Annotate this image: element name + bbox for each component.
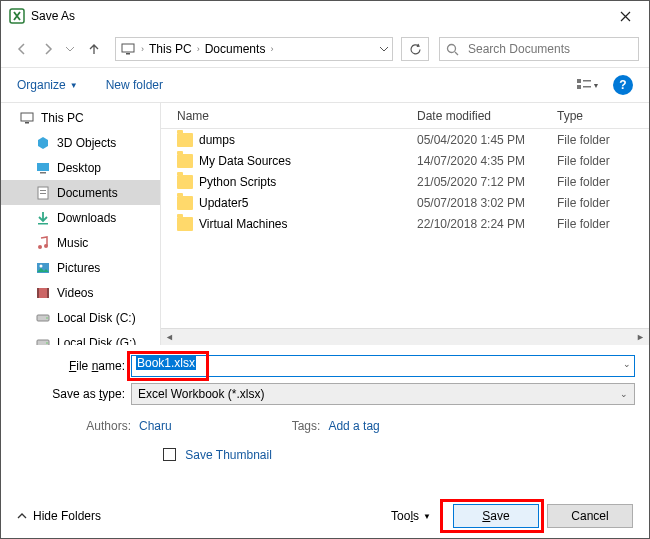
col-header-type[interactable]: Type bbox=[557, 109, 649, 123]
tags-value[interactable]: Add a tag bbox=[328, 419, 379, 433]
svg-point-17 bbox=[44, 244, 48, 248]
svg-rect-9 bbox=[25, 122, 29, 124]
back-button[interactable] bbox=[11, 38, 33, 60]
authors-label: Authors: bbox=[15, 419, 131, 433]
folder-icon bbox=[177, 133, 193, 147]
pc-icon bbox=[19, 110, 35, 126]
svg-point-3 bbox=[448, 44, 456, 52]
folder-icon bbox=[177, 217, 193, 231]
desktop-icon bbox=[35, 160, 51, 176]
drive-icon bbox=[35, 310, 51, 326]
list-item[interactable]: Updater505/07/2018 3:02 PMFile folder bbox=[161, 192, 649, 213]
cancel-button[interactable]: Cancel bbox=[547, 504, 633, 528]
scroll-left-icon[interactable]: ◄ bbox=[161, 329, 178, 345]
hide-folders-button[interactable]: Hide Folders bbox=[17, 509, 101, 523]
svg-rect-13 bbox=[40, 190, 46, 191]
horizontal-scrollbar[interactable]: ◄ ► bbox=[161, 328, 649, 345]
tree-item-desktop[interactable]: Desktop bbox=[1, 155, 160, 180]
chevron-down-icon: ⌄ bbox=[620, 389, 628, 399]
chevron-right-icon: › bbox=[269, 44, 274, 54]
save-thumbnail-option[interactable]: Save Thumbnail bbox=[15, 433, 635, 462]
music-icon bbox=[35, 235, 51, 251]
videos-icon bbox=[35, 285, 51, 301]
downloads-icon bbox=[35, 210, 51, 226]
svg-rect-5 bbox=[577, 85, 581, 89]
file-list: Name Date modified Type dumps05/04/2020 … bbox=[161, 103, 649, 345]
breadcrumb-folder[interactable]: Documents bbox=[201, 42, 270, 56]
tree-item-downloads[interactable]: Downloads bbox=[1, 205, 160, 230]
list-body[interactable]: dumps05/04/2020 1:45 PMFile folder My Da… bbox=[161, 129, 649, 328]
savetype-label: Save as type: bbox=[15, 387, 131, 401]
folder-icon bbox=[177, 196, 193, 210]
navigation-tree[interactable]: This PC 3D Objects Desktop Documents Dow… bbox=[1, 103, 161, 345]
titlebar: Save As bbox=[1, 1, 649, 31]
main-area: This PC 3D Objects Desktop Documents Dow… bbox=[1, 103, 649, 345]
folder-icon bbox=[177, 154, 193, 168]
svg-rect-1 bbox=[122, 44, 134, 52]
filename-label: File name: bbox=[15, 359, 131, 373]
list-item[interactable]: Python Scripts21/05/2020 7:12 PMFile fol… bbox=[161, 171, 649, 192]
forward-button[interactable] bbox=[37, 38, 59, 60]
up-button[interactable] bbox=[83, 38, 105, 60]
authors-value[interactable]: Charu bbox=[139, 419, 172, 433]
svg-rect-15 bbox=[38, 223, 48, 225]
excel-app-icon bbox=[9, 8, 25, 24]
folder-icon bbox=[177, 175, 193, 189]
filename-input[interactable]: Book1.xlsx bbox=[131, 355, 635, 377]
chevron-down-icon[interactable] bbox=[380, 47, 388, 52]
dialog-title: Save As bbox=[31, 9, 603, 23]
tree-item-documents[interactable]: Documents bbox=[1, 180, 160, 205]
svg-rect-10 bbox=[37, 163, 49, 171]
svg-rect-14 bbox=[40, 193, 46, 194]
search-icon bbox=[446, 43, 460, 56]
scroll-right-icon[interactable]: ► bbox=[632, 329, 649, 345]
list-header: Name Date modified Type bbox=[161, 103, 649, 129]
tree-item-pictures[interactable]: Pictures bbox=[1, 255, 160, 280]
search-input[interactable]: Search Documents bbox=[439, 37, 639, 61]
toolbar: Organize ▼ New folder ▼ ? bbox=[1, 67, 649, 103]
svg-rect-11 bbox=[40, 172, 46, 174]
breadcrumb-root[interactable]: This PC bbox=[145, 42, 196, 56]
form-area: File name: Book1.xlsx ⌄ Save as type: Ex… bbox=[1, 345, 649, 462]
tree-item-music[interactable]: Music bbox=[1, 230, 160, 255]
pc-icon bbox=[120, 41, 136, 57]
savetype-select[interactable]: Excel Workbook (*.xlsx) ⌄ bbox=[131, 383, 635, 405]
svg-point-26 bbox=[46, 342, 48, 344]
chevron-up-icon bbox=[17, 511, 27, 521]
save-button[interactable]: Save bbox=[453, 504, 539, 528]
chevron-down-icon: ▼ bbox=[423, 512, 431, 521]
col-header-date[interactable]: Date modified bbox=[417, 109, 557, 123]
list-item[interactable]: My Data Sources14/07/2020 4:35 PMFile fo… bbox=[161, 150, 649, 171]
footer: Hide Folders Tools ▼ Save Cancel bbox=[1, 504, 649, 528]
tags-label: Tags: bbox=[292, 419, 321, 433]
help-button[interactable]: ? bbox=[613, 75, 633, 95]
list-item[interactable]: Virtual Machines22/10/2018 2:24 PMFile f… bbox=[161, 213, 649, 234]
svg-rect-6 bbox=[583, 80, 591, 82]
svg-point-19 bbox=[40, 264, 43, 267]
tree-item-3dobjects[interactable]: 3D Objects bbox=[1, 130, 160, 155]
checkbox-icon[interactable] bbox=[163, 448, 176, 461]
address-bar[interactable]: › This PC › Documents › bbox=[115, 37, 393, 61]
close-button[interactable] bbox=[603, 2, 647, 30]
chevron-down-icon: ▼ bbox=[70, 81, 78, 90]
view-options-button[interactable]: ▼ bbox=[571, 74, 605, 96]
list-item[interactable]: dumps05/04/2020 1:45 PMFile folder bbox=[161, 129, 649, 150]
chevron-down-icon[interactable]: ⌄ bbox=[623, 359, 631, 369]
tree-item-disk-g[interactable]: Local Disk (G:) bbox=[1, 330, 160, 345]
tree-root-thispc[interactable]: This PC bbox=[1, 105, 160, 130]
svg-rect-21 bbox=[37, 288, 39, 298]
documents-icon bbox=[35, 185, 51, 201]
svg-rect-2 bbox=[126, 53, 130, 55]
tree-item-videos[interactable]: Videos bbox=[1, 280, 160, 305]
tree-item-disk-c[interactable]: Local Disk (C:) bbox=[1, 305, 160, 330]
tools-menu[interactable]: Tools ▼ bbox=[391, 509, 431, 523]
organize-menu[interactable]: Organize ▼ bbox=[17, 78, 78, 92]
save-as-dialog: Save As › This PC › Documents › Search D… bbox=[0, 0, 650, 539]
col-header-name[interactable]: Name bbox=[161, 109, 417, 123]
svg-rect-7 bbox=[583, 86, 591, 88]
objects-icon bbox=[35, 135, 51, 151]
pictures-icon bbox=[35, 260, 51, 276]
refresh-button[interactable] bbox=[401, 37, 429, 61]
new-folder-button[interactable]: New folder bbox=[106, 78, 163, 92]
history-dropdown[interactable] bbox=[63, 47, 77, 52]
